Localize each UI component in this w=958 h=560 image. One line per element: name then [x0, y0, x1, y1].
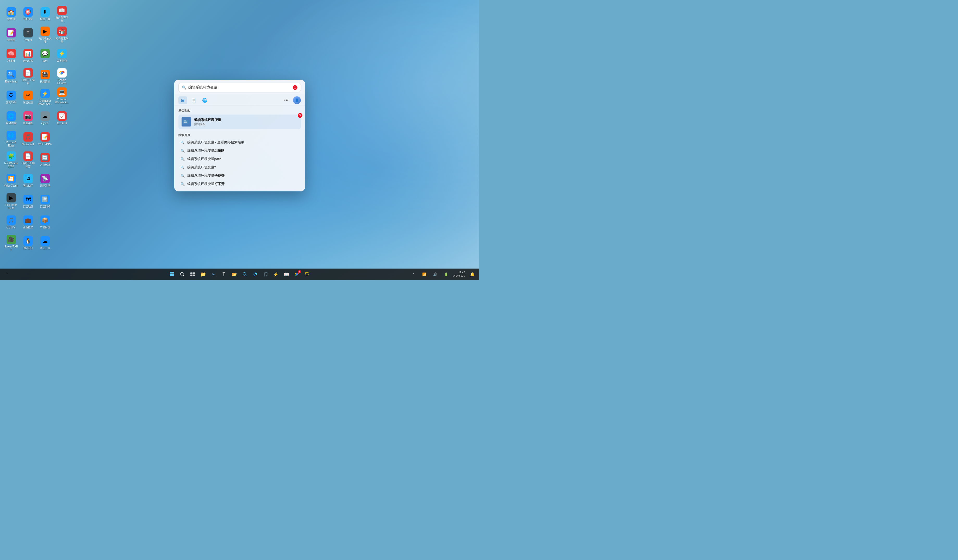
taskbar-screenshot[interactable]: ✂: [209, 270, 218, 279]
icon-tdsuite[interactable]: 🎯 TDSuite: [19, 4, 36, 24]
icon-youdao-dict[interactable]: 📖 有声翻译字典: [53, 4, 70, 24]
icon-qqmusic[interactable]: 🎵 QQ音乐: [3, 212, 19, 233]
suggestion-6[interactable]: 🔍 编辑系统环境变量打不开: [178, 180, 301, 188]
icon-xmind[interactable]: 🧠 Xmind: [3, 46, 19, 66]
taskbar-searchbar[interactable]: [240, 270, 249, 279]
best-match-title: 编辑系统环境变量: [194, 118, 298, 122]
taskbar-filemanager[interactable]: 📁: [198, 270, 208, 279]
icon-xsuper[interactable]: ⚡ Xnumager Power Sol...: [36, 87, 53, 108]
best-match-result[interactable]: 编辑系统环境变量 控制面板 3: [178, 114, 301, 129]
icon-videox[interactable]: 🎦 Video Xterm: [3, 171, 19, 191]
icon-fastdl[interactable]: ⬇ 极速下载: [36, 4, 53, 24]
icon-wycloud[interactable]: 🎵 网易云音乐: [19, 129, 36, 149]
wifi-icon: 📶: [422, 272, 427, 276]
icon-deepin[interactable]: ✂ 深度截图: [19, 87, 36, 108]
suggestion-4[interactable]: 🔍 编辑系统环境变量": [178, 163, 301, 171]
start-button[interactable]: [167, 270, 177, 279]
qqmusic-label: QQ音乐: [6, 226, 16, 229]
suggestion-5[interactable]: 🔍 编辑系统环境变量快捷键: [178, 171, 301, 180]
suggestion-2[interactable]: 🔍 编辑系统环境变量组策略: [178, 147, 301, 155]
icon-onenote[interactable]: 📝 截图社: [3, 25, 19, 45]
best-match-subtitle: 控制面板: [194, 122, 298, 126]
icon-xshell[interactable]: 🖥 网络助手: [19, 171, 36, 191]
taskbar-date: 2023/9/26: [454, 274, 465, 278]
taskbar-filemanager2[interactable]: 📂: [230, 270, 239, 279]
tray-expand-icon: ⌃: [412, 273, 414, 276]
taskbar-tray-expand[interactable]: ⌃: [409, 270, 418, 279]
mindmaster-icon: 🧩: [6, 152, 16, 161]
icon-qywx[interactable]: 💼 企业微信: [19, 212, 36, 233]
videox-label: Video Xterm: [4, 184, 18, 187]
baidumap-icon: 🗺: [24, 195, 33, 204]
windows-logo-icon: [170, 272, 174, 277]
icon-wonder[interactable]: 🔄 万兴优转: [36, 150, 53, 170]
icon-fanyi[interactable]: 🈳 百度翻译: [36, 191, 53, 212]
icon-ciyun[interactable]: ☁ ciyunli: [36, 108, 53, 128]
icon-lieyun2[interactable]: 📈 猎云财经: [53, 108, 70, 128]
user-avatar[interactable]: 👤: [293, 96, 301, 104]
icon-vmware[interactable]: 💻 Vmware Workstatio...: [53, 87, 70, 108]
icon-wechat[interactable]: 💬 微信: [36, 46, 53, 66]
reader-icon: 📖: [284, 272, 289, 277]
wps-icon: 📝: [40, 132, 50, 142]
icon-everything[interactable]: 🔍 Everything: [3, 66, 19, 87]
icon-baidumap[interactable]: 🗺 百度地图: [19, 191, 36, 212]
taskbar-music[interactable]: 🎵: [261, 270, 270, 279]
taskbar-reader[interactable]: 📖: [282, 270, 291, 279]
icon-netconn[interactable]: 🌐 网络连接: [3, 108, 19, 128]
taskbar-edge[interactable]: [251, 270, 260, 279]
suggestion-1[interactable]: 🔍 编辑系统环境变量 - 查看网络搜索结果: [178, 138, 301, 147]
icon-chrome[interactable]: Google Chrome: [53, 66, 70, 87]
icon-mindmaster[interactable]: 🧩 MindMaster 2020: [3, 150, 19, 170]
icon-tencentqq[interactable]: 🐧 腾讯QQ: [19, 233, 36, 253]
icon-quicker[interactable]: ⚡ 效率神器: [53, 46, 70, 66]
chrome-label: Google Chrome: [55, 79, 69, 85]
icon-lanjian[interactable]: 🛡 蓝剑TMK: [3, 87, 19, 108]
taskbar-notification[interactable]: 🔔: [468, 270, 477, 279]
taskbar-typora[interactable]: T: [219, 270, 229, 279]
xsuper-icon: ⚡: [40, 89, 50, 98]
taskbar-battery[interactable]: 🔋: [441, 270, 451, 279]
taskbar-search[interactable]: [178, 270, 187, 279]
icon-typora[interactable]: T Typora: [19, 25, 36, 45]
taskbar-clock[interactable]: 11:42 2023/9/26: [452, 271, 466, 278]
icon-youdao[interactable]: 📚 网易有道词典: [53, 25, 70, 45]
taskbar-taskview[interactable]: [188, 270, 197, 279]
icon-screentogif[interactable]: 🎥 ScreenToGif: [3, 233, 19, 253]
icon-zhixue[interactable]: 🏫 智学网: [3, 4, 19, 24]
vmware-icon: 💻: [57, 87, 67, 97]
tab-more[interactable]: •••: [282, 96, 291, 104]
suggestion-text-6: 编辑系统环境变量打不开: [187, 182, 225, 186]
youdao-dict-label: 有声翻译字典: [55, 16, 69, 22]
tab-apps[interactable]: 📄: [189, 96, 198, 104]
icon-pdfeditor[interactable]: 📄 迅捷PDF编辑器: [19, 150, 36, 170]
icon-taopdf[interactable]: 📄 迅捷PDF编辑: [19, 66, 36, 87]
taskbar-wifi[interactable]: 📶: [420, 270, 429, 279]
search-header: 🔍 编辑系统环境变量 2: [174, 80, 305, 94]
zhangyun-icon: ☁: [40, 236, 50, 246]
icon-potplayer[interactable]: ▶ PotPlayer 64 bit: [3, 191, 19, 212]
tab-web[interactable]: 🌐: [200, 96, 209, 104]
tab-all[interactable]: ⊞: [178, 96, 187, 104]
icon-tianji[interactable]: 📡 天际通讯: [36, 171, 53, 191]
suggestion-text-1: 编辑系统环境变量 - 查看网络搜索结果: [187, 140, 244, 145]
icon-wps[interactable]: 📝 WPS Office: [36, 129, 53, 149]
taskbar-volume[interactable]: 🔊: [431, 270, 440, 279]
taskbar-chevron-up[interactable]: ⌃: [2, 270, 11, 279]
icon-zhangyun[interactable]: ☁ 掌云工具: [36, 233, 53, 253]
suggestion-text-3: 编辑系统环境变量path: [187, 157, 221, 161]
search-input-row[interactable]: 🔍 编辑系统环境变量 2: [178, 83, 301, 92]
icon-msedge[interactable]: 🌐 Microsoft Edge: [3, 129, 19, 149]
icon-cam[interactable]: 📷 美颜相机: [19, 108, 36, 128]
taskbar-antivirus[interactable]: 🛡: [303, 270, 312, 279]
icon-guangfa[interactable]: 📦 广发网盘: [36, 212, 53, 233]
taskbar-chrome[interactable]: 1: [292, 270, 301, 279]
everything-icon: 🔍: [6, 70, 16, 79]
svg-rect-2: [184, 120, 186, 121]
taskbar-quicker[interactable]: ⚡: [271, 270, 281, 279]
wechat-icon: 💬: [40, 49, 50, 58]
icon-lieyun[interactable]: 📊 猎云财经: [19, 46, 36, 66]
icon-wisevideo[interactable]: ▶ 万兴播放大师: [36, 25, 53, 45]
icon-videoplayer[interactable]: 🎬 视频播放: [36, 66, 53, 87]
suggestion-3[interactable]: 🔍 编辑系统环境变量path: [178, 155, 301, 163]
